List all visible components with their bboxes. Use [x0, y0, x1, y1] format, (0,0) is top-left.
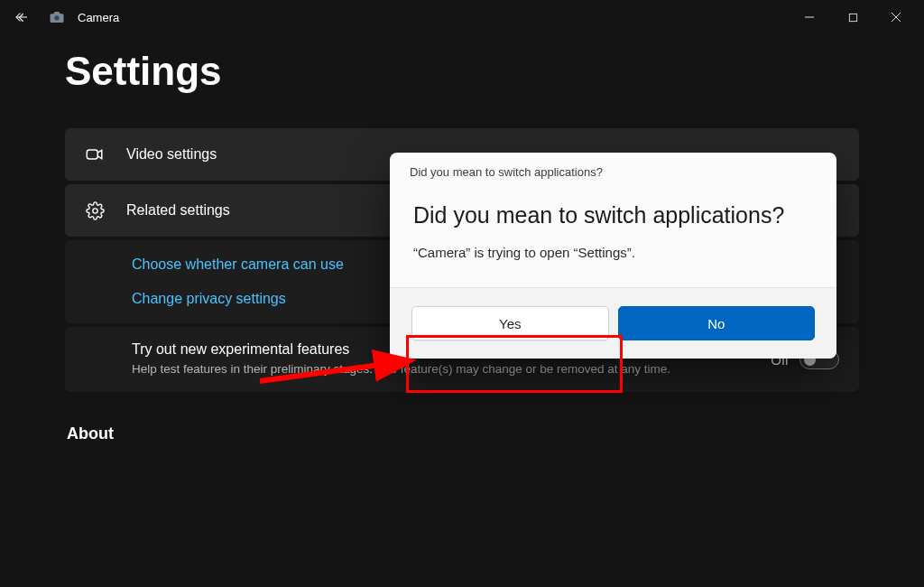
- experimental-desc: Help test features in their preliminary …: [132, 361, 691, 377]
- svg-rect-3: [849, 14, 856, 21]
- video-icon: [85, 144, 105, 164]
- svg-point-7: [92, 208, 97, 212]
- window-controls: [789, 3, 917, 32]
- camera-icon: [49, 9, 65, 25]
- svg-rect-6: [87, 150, 97, 159]
- titlebar: Camera: [0, 0, 924, 34]
- titlebar-left: Camera: [7, 3, 119, 32]
- minimize-button[interactable]: [789, 3, 830, 32]
- switch-app-dialog: Did you mean to switch applications? Did…: [390, 153, 836, 359]
- close-button[interactable]: [875, 3, 917, 32]
- dialog-text: “Camera” is trying to open “Settings”.: [413, 245, 813, 260]
- svg-point-1: [54, 15, 59, 20]
- maximize-button[interactable]: [832, 3, 873, 32]
- about-heading: About: [67, 424, 859, 443]
- dialog-body: Did you mean to switch applications? “Ca…: [390, 179, 836, 287]
- yes-button[interactable]: Yes: [411, 306, 609, 340]
- video-settings-label: Video settings: [126, 146, 217, 163]
- related-settings-label: Related settings: [126, 202, 230, 219]
- app-title: Camera: [78, 11, 119, 24]
- dialog-heading: Did you mean to switch applications?: [413, 202, 813, 228]
- no-button[interactable]: No: [618, 306, 816, 340]
- dialog-titlebar: Did you mean to switch applications?: [390, 153, 836, 179]
- gear-icon: [85, 200, 105, 220]
- dialog-buttons: Yes No: [390, 287, 836, 359]
- page-title: Settings: [65, 49, 859, 94]
- back-button[interactable]: [7, 3, 36, 32]
